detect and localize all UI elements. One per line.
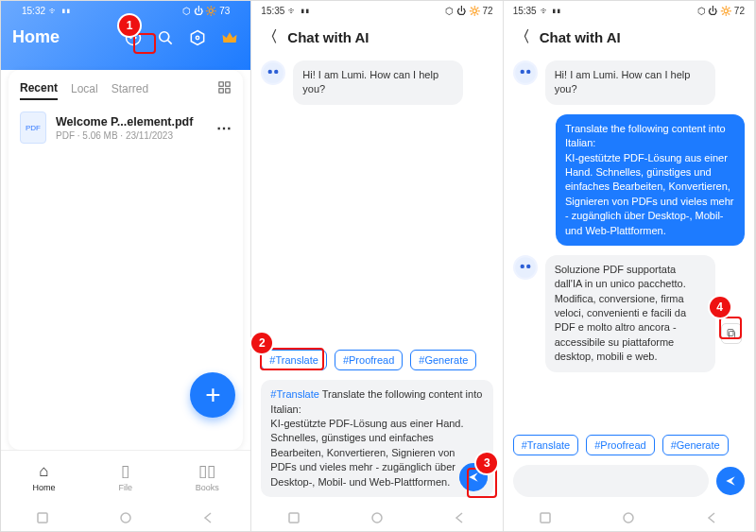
send-button[interactable] — [716, 467, 745, 495]
ai-avatar — [513, 255, 538, 280]
svg-point-19 — [515, 257, 536, 278]
ai-greeting-bubble: Hi! I am Lumi. How can I help you? — [545, 60, 715, 105]
svg-point-18 — [526, 70, 530, 74]
books-icon: ▯▯ — [198, 461, 215, 481]
svg-point-21 — [526, 265, 530, 268]
message-input[interactable]: #Translate Translate the following conte… — [261, 380, 492, 497]
svg-rect-8 — [226, 89, 230, 93]
status-bar: 15:35 ᯤ ▮▮ ⬡ ⏻ 🔆 72 — [504, 1, 754, 20]
settings-icon[interactable] — [188, 28, 207, 47]
svg-point-10 — [121, 513, 130, 523]
file-icon: ▯ — [121, 461, 129, 481]
chip-translate[interactable]: #Translate — [261, 350, 327, 370]
svg-point-1 — [130, 36, 132, 38]
sys-home-icon[interactable] — [369, 510, 385, 525]
svg-rect-23 — [728, 329, 733, 335]
status-signal: ᯤ ▮▮ — [541, 6, 562, 16]
svg-point-17 — [520, 70, 524, 74]
tab-local[interactable]: Local — [71, 78, 98, 99]
premium-icon[interactable] — [220, 28, 239, 47]
chip-proofread[interactable]: #Proofread — [586, 435, 654, 455]
sys-recent-icon[interactable] — [538, 510, 553, 525]
svg-point-2 — [135, 36, 137, 38]
svg-point-16 — [515, 62, 536, 83]
system-nav — [1, 503, 250, 532]
chip-generate[interactable]: #Generate — [410, 350, 476, 370]
status-time: 15:32 — [22, 6, 45, 16]
input-text: Translate the following content into Ita… — [270, 388, 485, 487]
sys-back-icon[interactable] — [453, 510, 468, 525]
svg-rect-7 — [219, 89, 223, 93]
sys-recent-icon[interactable] — [286, 510, 301, 525]
ai-greeting-bubble: Hi! I am Lumi. How can I help you? — [293, 60, 463, 105]
svg-rect-6 — [226, 82, 230, 86]
file-name: Welcome P...element.pdf — [56, 115, 207, 129]
nav-file[interactable]: ▯ File — [118, 461, 132, 492]
bottom-nav: ⌂ Home ▯ File ▯▯ Books — [1, 450, 250, 503]
chat-title: Chat with AI — [540, 29, 621, 45]
status-bar: 15:35 ᯤ ▮▮ ⬡ ⏻ 🔆 72 — [251, 1, 502, 20]
chat-title: Chat with AI — [287, 29, 369, 45]
home-icon: ⌂ — [39, 462, 48, 481]
svg-point-13 — [274, 70, 278, 74]
sys-home-icon[interactable] — [621, 510, 636, 525]
status-right-icons: ⬡ ⏻ 🔆 72 — [445, 6, 492, 16]
svg-rect-5 — [219, 82, 223, 86]
svg-point-4 — [197, 36, 199, 39]
page-title: Home — [12, 27, 60, 47]
status-signal: ᯤ ▮▮ — [288, 6, 310, 16]
file-subtitle: PDF · 5.06 MB · 23/11/2023 — [56, 130, 207, 141]
nav-file-label: File — [118, 483, 132, 492]
ai-reply-bubble: Soluzione PDF supportata dall'IA in un u… — [545, 255, 715, 372]
back-icon[interactable]: 〈 — [515, 27, 530, 47]
status-right-icons: ⬡ ⏻ 🔆 72 — [697, 6, 745, 16]
sys-back-icon[interactable] — [201, 510, 216, 525]
annotation-circle-3: 3 — [476, 453, 497, 473]
system-nav — [251, 503, 502, 532]
input-tag: #Translate — [270, 388, 319, 400]
layout-grid-icon[interactable] — [217, 80, 232, 97]
status-time: 15:35 — [261, 6, 284, 16]
chip-generate[interactable]: #Generate — [662, 435, 729, 455]
status-signal: ᯤ ▮▮ — [49, 6, 71, 16]
tab-recent[interactable]: Recent — [20, 77, 58, 100]
annotation-circle-4: 4 — [710, 297, 730, 317]
chip-translate[interactable]: #Translate — [513, 435, 579, 455]
system-nav — [504, 503, 754, 532]
svg-point-12 — [268, 70, 272, 74]
search-icon[interactable] — [156, 28, 175, 47]
svg-point-15 — [372, 513, 382, 523]
sys-back-icon[interactable] — [705, 510, 720, 525]
pdf-file-icon: PDF — [20, 112, 46, 144]
annotation-circle-1: 1 — [119, 15, 140, 36]
svg-rect-9 — [38, 513, 47, 523]
svg-rect-22 — [729, 331, 734, 337]
svg-point-11 — [263, 62, 284, 83]
user-message-bubble: Translate the following content into Ita… — [556, 114, 745, 246]
copy-button[interactable] — [721, 323, 742, 344]
nav-home[interactable]: ⌂ Home — [32, 462, 55, 492]
tab-starred[interactable]: Starred — [112, 78, 148, 99]
ai-avatar — [261, 60, 285, 85]
sys-recent-icon[interactable] — [35, 510, 50, 525]
svg-rect-14 — [289, 513, 299, 523]
more-options-icon[interactable]: ⋯ — [216, 119, 232, 137]
back-icon[interactable]: 〈 — [263, 27, 278, 47]
svg-point-3 — [160, 31, 169, 41]
nav-books[interactable]: ▯▯ Books — [196, 461, 219, 492]
sys-home-icon[interactable] — [118, 510, 133, 525]
chip-proofread[interactable]: #Proofread — [335, 350, 403, 370]
nav-home-label: Home — [32, 483, 55, 492]
add-button[interactable]: + — [190, 372, 235, 418]
nav-books-label: Books — [196, 483, 219, 492]
ai-avatar — [513, 60, 538, 85]
svg-point-20 — [520, 265, 524, 268]
status-right-icons: ⬡ ⏻ 🔆 73 — [182, 6, 230, 16]
svg-point-25 — [624, 513, 633, 523]
svg-rect-24 — [541, 513, 550, 523]
file-item[interactable]: PDF Welcome P...element.pdf PDF · 5.06 M… — [9, 102, 243, 153]
status-time: 15:35 — [513, 6, 537, 16]
message-input[interactable] — [513, 465, 709, 497]
